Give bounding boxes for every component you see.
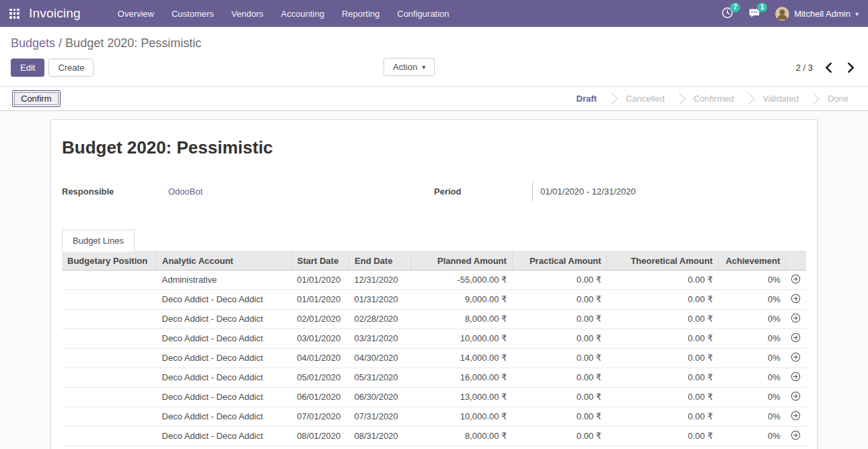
nav-menu-item-customers[interactable]: Customers	[163, 0, 223, 27]
column-header-planned[interactable]: Planned Amount	[411, 252, 513, 270]
open-record-icon[interactable]	[791, 333, 801, 345]
start-cell: 04/01/2020	[291, 348, 349, 368]
open-record-cell[interactable]	[786, 348, 806, 368]
open-record-cell[interactable]	[786, 309, 806, 329]
column-header-position[interactable]: Budgetary Position	[62, 252, 157, 270]
practical-cell: 0.00 ₹	[512, 368, 607, 387]
edit-button[interactable]: Edit	[11, 59, 44, 77]
column-header-end[interactable]: End Date	[349, 252, 411, 270]
open-record-icon[interactable]	[791, 313, 801, 325]
start-cell: 09/01/2020	[291, 446, 349, 449]
responsible-label: Responsible	[62, 186, 168, 197]
budget-line-row[interactable]: Deco Addict - Deco Addict08/01/202008/31…	[62, 426, 806, 446]
status-validated[interactable]: Validated	[750, 94, 811, 104]
achievement-cell: 0%	[718, 407, 785, 426]
notebook-tabs: Budget Lines	[62, 230, 806, 252]
theoretical-cell: 0.00 ₹	[607, 387, 719, 407]
start-cell: 01/01/2020	[291, 270, 349, 289]
end-cell: 07/31/2020	[349, 407, 411, 426]
planned-cell: 13,000.00 ₹	[411, 387, 513, 407]
open-record-icon[interactable]	[791, 274, 801, 286]
budget-line-row[interactable]: Deco Addict - Deco Addict07/01/202007/31…	[62, 407, 806, 426]
open-record-icon[interactable]	[791, 372, 801, 384]
open-record-icon[interactable]	[791, 430, 801, 442]
apps-menu-icon[interactable]	[9, 9, 20, 19]
column-header-practical[interactable]: Practical Amount	[512, 252, 607, 270]
practical-cell: 0.00 ₹	[512, 289, 607, 309]
planned-cell: 10,000.00 ₹	[411, 329, 513, 348]
open-record-cell[interactable]	[786, 329, 806, 348]
user-menu[interactable]: Mitchell Admin ▾	[775, 7, 859, 21]
avatar	[775, 7, 789, 21]
activity-badge: 7	[730, 3, 740, 12]
breadcrumb-separator: /	[59, 36, 62, 50]
theoretical-cell: 0.00 ₹	[607, 426, 719, 446]
open-record-icon[interactable]	[791, 352, 801, 364]
nav-menu-item-overview[interactable]: Overview	[109, 0, 163, 27]
nav-menu-item-reporting[interactable]: Reporting	[333, 0, 388, 27]
create-button[interactable]: Create	[48, 59, 94, 77]
budget-line-row[interactable]: Deco Addict - Deco Addict02/01/202002/28…	[62, 309, 806, 329]
open-record-cell[interactable]	[786, 387, 806, 407]
column-header-achievement[interactable]: Achievement	[718, 252, 785, 270]
account-cell: Deco Addict - Deco Addict	[157, 407, 292, 426]
confirm-button[interactable]: Confirm	[12, 90, 61, 107]
pager-next-button[interactable]	[844, 61, 857, 74]
achievement-cell: 0%	[718, 309, 785, 329]
action-dropdown-button[interactable]: Action ▾	[384, 58, 435, 76]
practical-cell: 0.00 ₹	[512, 309, 607, 329]
nav-menu-item-accounting[interactable]: Accounting	[273, 0, 333, 27]
responsible-value-link[interactable]: OdooBot	[168, 186, 203, 197]
status-draft[interactable]: Draft	[564, 94, 610, 104]
open-record-cell[interactable]	[786, 407, 806, 426]
planned-cell: -55,000.00 ₹	[411, 270, 513, 289]
open-record-cell[interactable]	[786, 426, 806, 446]
budget-line-row[interactable]: Deco Addict - Deco Addict06/01/202006/30…	[62, 387, 806, 407]
open-record-cell[interactable]	[786, 289, 806, 309]
position-cell	[62, 426, 157, 446]
budget-line-row[interactable]: Deco Addict - Deco Addict04/01/202004/30…	[62, 348, 806, 368]
open-record-cell[interactable]	[786, 368, 806, 387]
achievement-cell: 0%	[718, 387, 785, 407]
open-record-icon[interactable]	[791, 411, 801, 423]
status-confirmed[interactable]: Confirmed	[681, 94, 747, 104]
nav-menu-item-configuration[interactable]: Configuration	[388, 0, 458, 27]
planned-cell: 7,000.00 ₹	[411, 446, 513, 449]
open-record-cell[interactable]	[786, 446, 806, 449]
status-done[interactable]: Done	[815, 94, 861, 104]
period-label: Period	[434, 186, 532, 197]
budget-lines-tbody: Administrative01/01/202012/31/2020-55,00…	[62, 270, 806, 449]
budget-line-row[interactable]: Deco Addict - Deco Addict01/01/202001/31…	[62, 289, 806, 309]
achievement-cell: 0%	[718, 289, 785, 309]
budget-line-row[interactable]: Deco Addict - Deco Addict03/01/202003/31…	[62, 329, 806, 348]
planned-cell: 10,000.00 ₹	[411, 407, 513, 426]
account-cell: Deco Addict - Deco Addict	[157, 329, 292, 348]
app-name[interactable]: Invoicing	[29, 6, 81, 21]
theoretical-cell: 0.00 ₹	[607, 446, 719, 449]
practical-cell: 0.00 ₹	[512, 329, 607, 348]
start-cell: 05/01/2020	[291, 368, 349, 387]
tab-budget-lines[interactable]: Budget Lines	[62, 230, 135, 252]
achievement-cell: 0%	[718, 446, 785, 449]
messages-menu-button[interactable]: 1	[748, 7, 760, 21]
period-value: 01/01/2020 - 12/31/2020	[532, 181, 636, 201]
budget-line-row[interactable]: Administrative01/01/202012/31/2020-55,00…	[62, 270, 806, 289]
end-cell: 02/28/2020	[349, 309, 411, 329]
breadcrumb-link-budgets[interactable]: Budgets	[11, 36, 55, 50]
column-header-theoretical[interactable]: Theoretical Amount	[607, 252, 719, 270]
budget-line-row[interactable]: Deco Addict - Deco Addict05/01/202005/31…	[62, 368, 806, 387]
pager-previous-button[interactable]	[822, 61, 835, 74]
planned-cell: 8,000.00 ₹	[411, 309, 513, 329]
start-cell: 01/01/2020	[291, 289, 349, 309]
column-header-start[interactable]: Start Date	[291, 252, 349, 270]
open-record-icon[interactable]	[791, 293, 801, 306]
field-row: Responsible OdooBot Period 01/01/2020 - …	[62, 181, 806, 201]
activity-menu-button[interactable]: 7	[721, 7, 733, 21]
budget-line-row[interactable]: Deco Addict - Deco Addict09/01/202009/30…	[62, 446, 806, 449]
status-cancelled[interactable]: Cancelled	[613, 94, 678, 104]
column-header-account[interactable]: Analytic Account	[157, 252, 292, 270]
nav-menu-item-vendors[interactable]: Vendors	[223, 0, 273, 27]
end-cell: 06/30/2020	[349, 387, 411, 407]
open-record-cell[interactable]	[786, 270, 806, 289]
open-record-icon[interactable]	[791, 391, 801, 403]
